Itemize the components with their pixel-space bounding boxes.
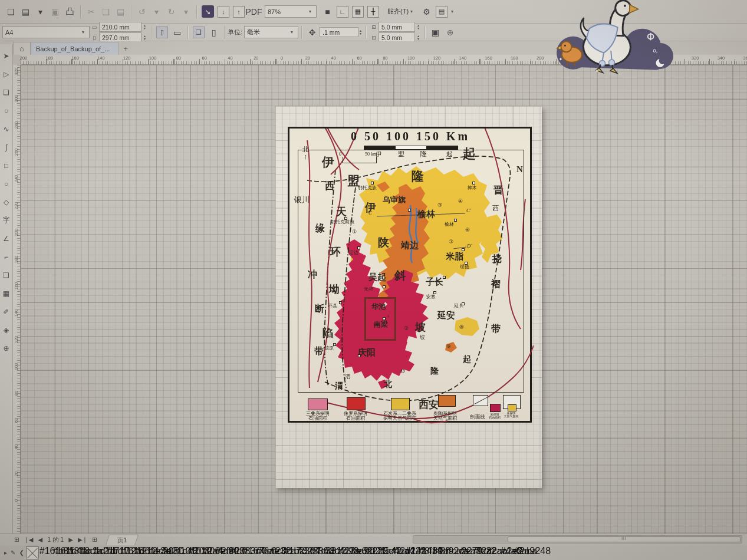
page-size-select[interactable]: A4 ▾ xyxy=(2,26,90,38)
color-swatch[interactable]: #1b2364 xyxy=(284,546,297,560)
open-caret[interactable]: ▾ xyxy=(33,4,48,19)
units-select[interactable]: 毫米 ▾ xyxy=(244,26,298,38)
bezier-tool[interactable]: ʃ xyxy=(1,138,12,156)
color-swatch[interactable]: #5c4aa4 xyxy=(379,546,392,560)
color-swatch[interactable]: #dc2050 xyxy=(148,546,162,560)
color-swatch[interactable]: #141414 xyxy=(406,546,419,560)
page-width-field[interactable]: 210.0 mm xyxy=(99,22,141,32)
add-page-button[interactable]: ⊞ xyxy=(12,536,21,543)
cut-button[interactable]: ✂ xyxy=(84,4,98,19)
vertical-ruler[interactable]: 3203002802602402202001801601401201008060… xyxy=(13,65,21,533)
color-swatch[interactable]: #f2a2aa xyxy=(473,546,487,560)
duplicate-x-field[interactable]: 5.0 mm xyxy=(379,22,415,32)
page-tab[interactable]: 页1 xyxy=(106,535,139,545)
toolbar-icon[interactable] xyxy=(196,5,197,18)
no-color-swatch[interactable] xyxy=(26,546,39,559)
color-swatch[interactable]: #9a92ca xyxy=(433,546,446,560)
color-swatch[interactable]: #bd1616 xyxy=(107,546,121,560)
last-page-button[interactable]: ▶❘ xyxy=(75,536,90,543)
eyedropper-tool[interactable]: ✐ xyxy=(1,302,12,321)
horizontal-scrollbar[interactable] xyxy=(413,535,742,543)
add-page-button-2[interactable]: ⊞ xyxy=(90,536,99,543)
color-swatch[interactable]: #cac2e2 xyxy=(487,546,501,560)
toolbar-icon[interactable] xyxy=(131,5,131,18)
home-tab[interactable]: ⌂ xyxy=(13,42,31,55)
color-swatch[interactable]: #121212 xyxy=(121,546,134,560)
paste-button[interactable]: ▤ xyxy=(113,4,128,19)
color-swatch[interactable]: #7c3312 xyxy=(311,546,324,560)
snap-to-dropdown[interactable]: 贴齐(T) ▾ xyxy=(387,7,414,16)
save-button[interactable]: ▣ xyxy=(48,4,62,19)
export-button[interactable]: ↑ xyxy=(233,6,245,18)
import-button[interactable]: ↓ xyxy=(218,6,229,18)
width-spinner[interactable]: ▴▾ xyxy=(143,24,147,30)
transparency-tool[interactable]: ▦ xyxy=(1,284,12,302)
toolbar-icon[interactable] xyxy=(80,5,81,18)
copy-button[interactable]: ❑ xyxy=(98,4,113,19)
color-swatch[interactable]: #4a6aba xyxy=(501,546,514,560)
zoom-level-select[interactable]: 87% ▾ xyxy=(265,5,317,18)
portrait-button[interactable]: ▯ xyxy=(156,27,168,38)
color-swatch[interactable]: #d21c48 xyxy=(162,546,175,560)
new-document-button[interactable]: ❏ xyxy=(4,4,18,19)
new-document-tab-button[interactable]: + xyxy=(119,42,133,55)
dimension-tool[interactable]: ∠ xyxy=(1,229,12,248)
rectangle-tool[interactable]: □ xyxy=(1,156,12,174)
connector-tool[interactable]: ⌐ xyxy=(1,248,12,266)
shape-tool[interactable]: ▷ xyxy=(1,65,12,83)
color-swatch[interactable]: #2f8fd0 xyxy=(216,546,229,560)
color-swatch[interactable]: #8f8f8f xyxy=(419,546,433,560)
color-swatch[interactable]: #e62222 xyxy=(351,546,365,560)
scrollbar-thumb[interactable] xyxy=(508,536,741,542)
color-swatch[interactable]: #32386a xyxy=(297,546,311,560)
open-button[interactable]: ▤ xyxy=(18,4,33,19)
ellipse-tool[interactable]: ○ xyxy=(1,174,12,193)
color-swatch[interactable]: #cc1d1d xyxy=(80,546,94,560)
color-swatch[interactable]: #1676ae xyxy=(243,546,256,560)
prev-page-button[interactable]: ◀ xyxy=(35,536,45,543)
color-swatch[interactable]: #2a9248 xyxy=(514,546,528,560)
color-swatch[interactable]: #d61e3e xyxy=(134,546,148,560)
next-page-button[interactable]: ▶ xyxy=(66,536,75,543)
dup-y-spinner[interactable]: ▴▾ xyxy=(416,35,420,41)
landscape-button[interactable]: ▭ xyxy=(170,25,185,39)
text-tool[interactable]: 字 xyxy=(1,211,12,229)
color-swatch[interactable]: #20306e xyxy=(189,546,202,560)
color-swatch[interactable]: #232a7c xyxy=(270,546,284,560)
color-swatch[interactable]: #2a4a90 xyxy=(202,546,216,560)
customize-toolbox-button[interactable]: ⊕ xyxy=(1,339,12,357)
color-swatch[interactable]: #d21a42 xyxy=(365,546,379,560)
redo-caret[interactable]: ▾ xyxy=(179,4,193,19)
undo-caret[interactable]: ▾ xyxy=(149,4,164,19)
fill-tool[interactable]: ◈ xyxy=(1,321,12,339)
show-rulers-button[interactable]: ∟ xyxy=(337,6,348,18)
frame-icon[interactable]: ▣ xyxy=(428,25,443,39)
height-spinner[interactable]: ▴▾ xyxy=(143,35,147,41)
undo-button[interactable]: ↺ xyxy=(134,4,149,19)
nudge-spinner[interactable]: ▴▾ xyxy=(358,29,363,35)
dup-x-spinner[interactable]: ▴▾ xyxy=(416,24,420,30)
polygon-tool[interactable]: ◇ xyxy=(1,193,12,211)
color-swatch[interactable]: #ea7a22 xyxy=(460,546,473,560)
show-guidelines-button[interactable]: ╂ xyxy=(367,6,379,18)
document-tab[interactable]: Backup_of_Backup_of_... xyxy=(31,42,119,55)
color-swatch[interactable]: #c21717 xyxy=(94,546,107,560)
palette-eyedrop[interactable]: ✎ xyxy=(9,549,17,556)
first-page-button[interactable]: ❘◀ xyxy=(21,536,35,543)
shadow-tool[interactable]: ❑ xyxy=(1,266,12,284)
add-icon[interactable]: ⊕ xyxy=(443,25,458,39)
color-swatch[interactable]: #2383c4 xyxy=(229,546,243,560)
color-swatch[interactable]: #d93a90 xyxy=(338,546,351,560)
color-swatch[interactable]: #3c423a xyxy=(324,546,338,560)
color-swatch[interactable]: #101010 xyxy=(175,546,189,560)
drawing-canvas[interactable]: 0 50 100 150 Km 0 50 km 北 ↑ 伊盟隆起伊盟隆起N晋西挠… xyxy=(21,65,747,533)
color-swatch[interactable]: #0c0c0c xyxy=(256,546,270,560)
redo-button[interactable]: ↻ xyxy=(164,4,179,19)
current-page-button[interactable]: ▯ xyxy=(206,25,221,39)
nudge-distance-field[interactable]: .1 mm xyxy=(320,27,358,37)
crop-tool[interactable]: ❏ xyxy=(1,83,12,101)
color-swatch[interactable]: #ca2279 xyxy=(446,546,460,560)
palette-prev[interactable]: ❮ xyxy=(17,549,25,556)
options-button[interactable]: ▤ xyxy=(436,6,447,18)
launch-button[interactable]: ↘ xyxy=(202,5,214,18)
